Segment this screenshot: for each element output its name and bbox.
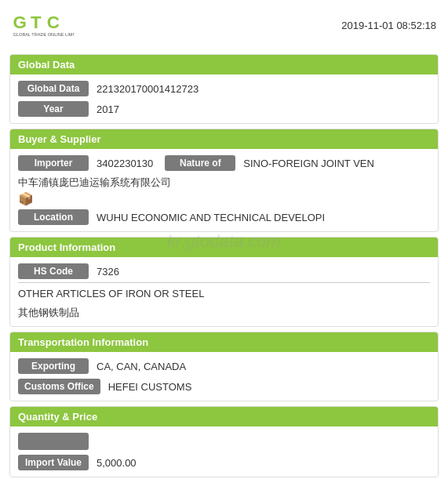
logo-area: G T C GLOBAL TRADE ONLINE LIMITED <box>12 8 75 43</box>
svg-text:GLOBAL TRADE ONLINE LIMITED: GLOBAL TRADE ONLINE LIMITED <box>13 32 75 37</box>
customs-label: Customs Office <box>18 379 100 394</box>
exporting-label: Exporting <box>18 358 89 374</box>
product-description-en: OTHER ARTICLES OF IRON OR STEEL <box>18 286 430 302</box>
location-value: WUHU ECONOMIC AND TECHNICAL DEVELOPI <box>97 212 325 223</box>
hs-code-value: 7326 <box>97 266 119 278</box>
transportation-header: Transportation Information <box>10 332 438 352</box>
import-value-row: Import Value 5,000.00 <box>18 455 430 470</box>
quantity-price-header: Quantity & Price <box>10 407 438 426</box>
page-wrapper: kr.gtodata.com G T C GLOBAL TRADE ONLINE… <box>0 0 448 479</box>
hidden-field-label <box>18 433 89 450</box>
svg-text:C: C <box>47 13 60 32</box>
logo-icon: G T C GLOBAL TRADE ONLINE LIMITED <box>12 8 75 43</box>
location-label: Location <box>18 209 89 225</box>
product-info-section: Product Information HS Code 7326 OTHER A… <box>9 237 439 327</box>
buyer-supplier-body: Importer 3402230130 Nature of SINO-FOREI… <box>10 149 438 231</box>
svg-text:G: G <box>13 13 27 32</box>
hs-code-row: HS Code 7326 <box>18 263 430 283</box>
global-data-header: Global Data <box>10 55 438 74</box>
exporting-value: CA, CAN, CANADA <box>97 361 186 372</box>
exporting-row: Exporting CA, CAN, CANADA <box>18 358 430 374</box>
timestamp: 2019-11-01 08:52:18 <box>341 20 436 31</box>
buyer-supplier-section: Buyer & Supplier Importer 3402230130 Nat… <box>9 129 439 232</box>
product-info-body: HS Code 7326 OTHER ARTICLES OF IRON OR S… <box>10 257 438 326</box>
year-value: 2017 <box>97 103 119 115</box>
hidden-label-row <box>18 433 430 450</box>
global-data-label: Global Data <box>18 81 89 96</box>
product-description-cn: 其他钢铁制品 <box>18 305 430 321</box>
import-value: 5,000.00 <box>97 457 137 469</box>
nature-value: SINO-FOREIGN JOINT VEN <box>243 158 374 169</box>
importer-label: Importer <box>18 155 89 171</box>
customs-row: Customs Office HEFEI CUSTOMS <box>18 379 430 394</box>
customs-value: HEFEI CUSTOMS <box>108 381 192 393</box>
importer-group: Importer 3402230130 <box>18 155 153 171</box>
year-label: Year <box>18 101 89 117</box>
global-data-section: Global Data Global Data 2213201700014127… <box>9 54 439 124</box>
import-value-label: Import Value <box>18 455 89 470</box>
product-info-header: Product Information <box>10 238 438 257</box>
quantity-price-body: Import Value 5,000.00 <box>10 426 438 477</box>
hs-code-label: HS Code <box>18 263 89 279</box>
transportation-section: Transportation Information Exporting CA,… <box>9 332 439 401</box>
importer-value: 3402230130 <box>97 158 153 169</box>
global-data-row: Global Data 221320170001412723 <box>18 81 430 96</box>
buyer-supplier-header: Buyer & Supplier <box>10 129 438 149</box>
nature-label: Nature of <box>165 155 235 171</box>
transportation-body: Exporting CA, CAN, CANADA Customs Office… <box>10 352 438 401</box>
company-name: 中车浦镇庞巴迪运输系统有限公司 <box>18 176 430 190</box>
global-data-body: Global Data 221320170001412723 Year 2017 <box>10 74 438 123</box>
year-row: Year 2017 <box>18 101 430 117</box>
svg-text:T: T <box>31 13 42 32</box>
quantity-price-section: Quantity & Price Import Value 5,000.00 <box>9 406 439 477</box>
company-icon: 📦 <box>18 191 430 206</box>
global-data-value: 221320170001412723 <box>97 83 199 95</box>
importer-row: Importer 3402230130 Nature of SINO-FOREI… <box>18 155 430 171</box>
location-row: Location WUHU ECONOMIC AND TECHNICAL DEV… <box>18 209 430 225</box>
nature-group: Nature of SINO-FOREIGN JOINT VEN <box>165 155 374 171</box>
header: G T C GLOBAL TRADE ONLINE LIMITED 2019-1… <box>0 0 448 49</box>
